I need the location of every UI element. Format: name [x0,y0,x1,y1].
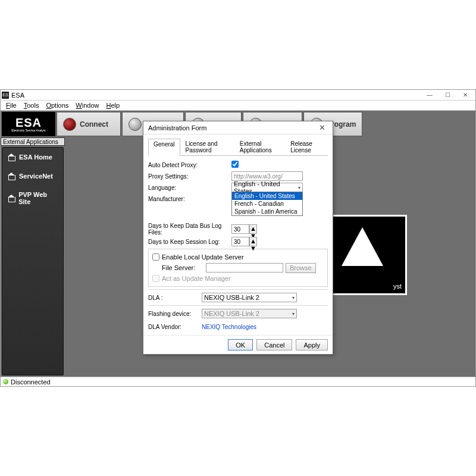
fileserver-label: File Server: [162,264,203,271]
brand-logo: ESA Electronic Service Analyst [2,112,55,136]
manufacturer-label: Manufacturer: [148,196,231,202]
menu-file[interactable]: File [3,102,20,109]
home-icon [7,153,15,161]
proxy-label: Proxy Settings: [148,173,231,180]
autodetect-checkbox[interactable] [231,161,239,168]
language-label: Language: [148,184,231,191]
titlebar: ES ESA — ☐ ✕ [1,90,475,101]
update-server-group: Enable Local Update Server File Server: … [148,249,328,287]
menu-options[interactable]: Options [43,102,71,109]
toolbar-connect[interactable]: Connect [57,112,121,136]
language-option-es[interactable]: Spanish - Latin America [232,208,302,215]
browse-button[interactable]: Browse [286,263,316,273]
daysbus-input[interactable] [231,224,249,234]
cancel-button[interactable]: Cancel [256,339,292,350]
fileserver-input[interactable] [206,263,283,273]
language-dropdown: English - United States French - Canadia… [231,192,303,216]
language-option-en[interactable]: English - United States [232,192,302,200]
sidebar-item-servicenet[interactable]: ServiceNet [2,167,63,186]
sidebar-item-esa-home[interactable]: ESA Home [2,148,63,167]
dialog-tabs: General License and Password External Ap… [148,138,328,156]
actas-label: Act as Update Manager [162,275,231,282]
menu-tools[interactable]: Tools [21,102,42,109]
enable-update-label: Enable Local Update Server [162,253,244,261]
home-icon [7,172,15,180]
language-combobox[interactable]: English - United States▾ [231,183,303,192]
menu-help[interactable]: Help [104,102,123,109]
maximize-button[interactable]: ☐ [439,90,456,101]
connect-icon [63,118,76,131]
dayssess-label: Days to Keep Session Log: [148,239,231,245]
flashing-combobox: NEXIQ USB-Link 2▾ [202,309,297,318]
app-icon: ES [2,92,9,99]
enable-update-checkbox[interactable] [152,253,159,261]
ok-button[interactable]: OK [228,339,253,350]
menubar: File Tools Options Window Help [1,101,475,111]
diagnose-icon [129,118,142,131]
sidebar-header: External Applications [1,137,65,146]
dla-label: DLA : [148,295,202,301]
minimize-button[interactable]: — [421,90,439,101]
tab-license[interactable]: License and Password [180,138,234,155]
menu-window[interactable]: Window [73,102,102,109]
tab-external[interactable]: External Applications [234,138,286,155]
dialog-titlebar: Administration Form ✕ [143,121,333,134]
autodetect-label: Auto Detect Proxy: [148,162,231,168]
dla-combobox[interactable]: NEXIQ USB-Link 2▾ [202,293,297,302]
proxy-input[interactable] [231,171,303,181]
flashing-label: Flashing device: [148,311,202,317]
status-text: Disconnected [11,378,51,386]
apply-button[interactable]: Apply [296,339,328,350]
status-icon [3,379,8,384]
language-option-fr[interactable]: French - Canadian [232,200,302,208]
daysbus-label: Days to Keep Data Bus Log Files: [148,223,231,236]
sidebar-item-pvp[interactable]: PVP Web Site [2,186,63,211]
dayssess-spinner[interactable]: ▲▼ [249,237,257,246]
actas-checkbox [152,275,159,282]
tab-release[interactable]: Release License [285,138,328,155]
vendor-link[interactable]: NEXIQ Technologies [202,324,256,330]
daysbus-spinner[interactable]: ▲▼ [249,224,257,234]
dialog-footer: OK Cancel Apply [143,335,333,354]
home-icon [7,194,15,202]
tab-general[interactable]: General [148,139,180,156]
statusbar: Disconnected [1,377,475,386]
chevron-down-icon: ▾ [292,311,295,317]
dialog-title: Administration Form [148,124,206,131]
window-title: ESA [11,92,421,99]
chevron-down-icon: ▾ [298,185,300,190]
close-button[interactable]: ✕ [456,90,474,101]
dialog-close-button[interactable]: ✕ [316,123,328,132]
administration-dialog: Administration Form ✕ General License an… [143,121,333,355]
vendor-label: DLA Vendor: [148,324,202,330]
sidebar: ESA Home ServiceNet PVP Web Site [2,147,64,375]
background-logo: yst [327,215,407,295]
chevron-down-icon: ▾ [292,295,295,300]
dayssess-input[interactable] [231,237,249,246]
